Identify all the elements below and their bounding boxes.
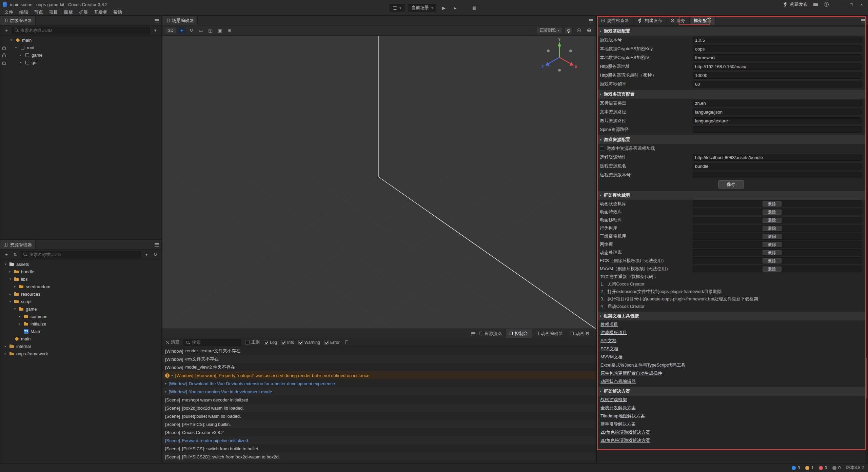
field-input[interactable] [693,63,862,70]
dimension-toggle-button[interactable]: 3D [165,27,176,34]
section-header-docs[interactable]: ▾ 框架文档工具链接 [597,312,865,320]
asset-node[interactable]: main [0,335,161,342]
doc-link[interactable]: 游戏模板项目 [600,330,627,336]
rect-tool-button[interactable]: ▭ [197,27,205,34]
scene-viewport[interactable]: Y X Z [162,36,596,329]
solution-link[interactable]: 新手引导解决方案 [600,421,636,427]
hierarchy-search-input[interactable] [12,27,150,34]
expand-arrow-icon[interactable]: ▾ [14,46,18,49]
expand-arrow-icon[interactable]: ▾ [13,307,17,311]
field-input[interactable] [693,126,862,133]
console-tab[interactable]: 动画编辑器 [532,329,567,338]
pivot-tool-button[interactable]: ▣ [216,27,224,34]
console-log-row[interactable]: [Window] ecs文件夹不存在 [162,355,596,363]
doc-link[interactable]: API文档 [600,338,616,344]
scene-settings-button[interactable] [585,27,593,34]
expand-arrow-icon[interactable]: ▸ [13,285,17,288]
log-filter-toggle[interactable]: Error [324,340,340,345]
regex-toggle[interactable]: 正则 [245,339,260,345]
expand-arrow-icon[interactable]: ▾ [9,38,13,42]
field-input[interactable] [693,81,862,87]
section-header-resources[interactable]: ▾ 游戏资源配置 [597,135,865,144]
expand-chevron-icon[interactable]: ▸ [165,382,167,385]
message-counter[interactable]: 3 [792,466,800,470]
solution-link[interactable]: 战棋游戏框架 [600,397,627,403]
expand-arrow-icon[interactable]: ▸ [8,270,12,273]
field-input[interactable] [693,154,862,161]
menu-item[interactable]: 编辑 [16,9,31,15]
doc-link[interactable]: 动画状态机编辑器 [600,378,636,385]
console-log-row[interactable]: [Scene] [box2d]:box2d wasm lib loaded. [162,404,596,412]
field-input[interactable] [693,163,862,170]
asset-node[interactable]: ▸ bundle [0,268,161,275]
lock-icon[interactable] [2,53,6,57]
hierarchy-node[interactable]: ▸ game [0,51,161,59]
minimize-button[interactable]: — [836,0,846,9]
doc-link[interactable]: 教程项目 [600,321,618,328]
inspector-scrollbar[interactable] [865,25,868,463]
hierarchy-panel-tab[interactable]: 层级管理器 [0,16,36,25]
console-tab[interactable]: 动画图 [567,329,593,338]
asset-node[interactable]: ▸ common [0,313,161,320]
console-log-row[interactable]: [Scene] meshopt wasm decoder initialized [162,396,596,404]
tab-build-publish[interactable]: 构建发布 [633,16,667,25]
asset-node[interactable]: ▾ game [0,305,161,313]
asset-node[interactable]: ▾ assets [0,260,161,268]
assets-panel-tab[interactable]: 资源管理器 [0,240,36,249]
open-log-file-icon[interactable] [345,340,348,344]
section-header-basic[interactable]: ▾ 游戏基础配置 [597,27,865,36]
console-log-row[interactable]: [Window] render_texture文件夹不存在 [162,347,596,355]
panel-menu-icon[interactable] [861,20,865,21]
section-header-modules[interactable]: ▾ 框架模块裁剪 [597,191,865,200]
field-input[interactable] [693,45,862,52]
module-delete-button[interactable]: 删除 [763,218,782,223]
menu-item[interactable]: 面板 [61,9,76,15]
module-delete-button[interactable]: 删除 [763,210,782,215]
scene-panel-tab[interactable]: 场景编辑器 [162,16,198,25]
menu-item[interactable]: 文件 [1,9,16,15]
expand-arrow-icon[interactable]: ▸ [8,292,12,296]
build-publish-button[interactable]: 构建发布 [783,1,808,7]
scrollbar-thumb[interactable] [865,358,867,398]
doc-link[interactable]: 原生包热更新配置自动生成插件 [600,370,662,376]
solution-link[interactable]: Tiledmap地图解决方案 [600,413,645,419]
console-log-row[interactable]: ▸ [Window] You are running Vue in develo… [162,388,596,396]
console-log-row[interactable]: ! ▸ [Window] [Vue warn]: Property "onInp… [162,371,596,379]
module-delete-button[interactable]: 删除 [763,201,782,206]
console-log-row[interactable]: [Scene] [PHYSICS]: switch from builtin t… [162,445,596,453]
maximize-button[interactable]: □ [846,0,856,9]
rotate-tool-button[interactable]: ↻ [187,27,195,34]
asset-node[interactable]: ▸ seedrandom [0,283,161,290]
hierarchy-node[interactable]: ▸ gui [0,59,161,66]
save-button[interactable]: 保存 [718,180,744,189]
expand-arrow-icon[interactable]: ▸ [19,53,23,57]
scale-tool-button[interactable]: ◱ [206,27,214,34]
solution-link[interactable]: 全栈开发解决方案 [600,405,636,411]
lock-icon[interactable] [2,60,6,65]
panel-menu-icon[interactable] [155,20,159,21]
asset-node[interactable]: ▸ oops-framework [0,350,161,357]
section-header-language[interactable]: ▾ 游戏多语言配置 [597,90,865,99]
filter-icon[interactable]: ▾ [143,251,150,258]
view-mode-selector[interactable]: 正常浏览 ▾ [537,27,563,34]
expand-arrow-icon[interactable]: ▸ [3,345,7,348]
doc-link[interactable]: Excel格式转Json文件与TypeScript代码工具 [600,362,686,368]
open-project-folder-icon[interactable] [813,2,818,7]
module-delete-button[interactable]: 删除 [763,226,782,231]
expand-arrow-icon[interactable]: ▸ [18,315,22,318]
preview-target-selector[interactable]: ▾ [390,4,405,12]
tab-services[interactable]: 服务 [667,16,690,25]
console-log-row[interactable]: [Scene] [PHYSICS2D]: switch from box2d-w… [162,453,596,461]
filter-icon[interactable]: ▾ [152,27,159,34]
expand-chevron-icon[interactable]: ▸ [165,390,167,393]
lock-icon[interactable] [2,45,6,50]
field-input[interactable] [693,109,862,115]
module-delete-button[interactable]: 删除 [763,267,782,272]
close-button[interactable]: × [856,0,867,9]
field-input[interactable] [693,100,862,106]
console-log-row[interactable]: [Scene] [PHYSICS]: using builtin. [162,420,596,428]
menu-item[interactable]: 项目 [46,9,61,15]
message-counter[interactable]: 1 [805,466,813,470]
module-delete-button[interactable]: 删除 [763,234,782,239]
field-input[interactable] [693,117,862,124]
